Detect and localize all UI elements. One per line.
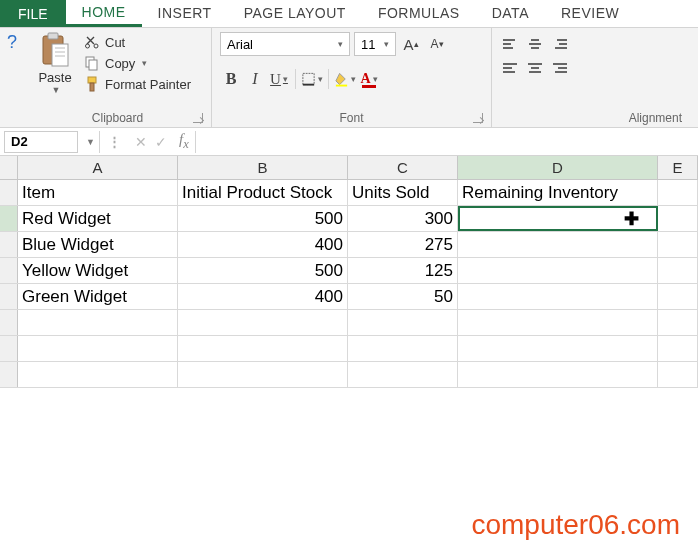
row-header[interactable] xyxy=(0,336,18,361)
cell-D5[interactable] xyxy=(458,284,658,309)
cell-A8[interactable] xyxy=(18,362,178,387)
cell-E7[interactable] xyxy=(658,336,698,361)
tab-insert[interactable]: INSERT xyxy=(142,0,228,27)
cell-C7[interactable] xyxy=(348,336,458,361)
row-header[interactable] xyxy=(0,232,18,257)
cell-A2[interactable]: Red Widget xyxy=(18,206,178,231)
row-header[interactable] xyxy=(0,206,18,231)
svg-rect-2 xyxy=(52,44,68,66)
tab-home[interactable]: HOME xyxy=(66,0,142,27)
cell-E6[interactable] xyxy=(658,310,698,335)
cell-B6[interactable] xyxy=(178,310,348,335)
cell-B7[interactable] xyxy=(178,336,348,361)
help-icon[interactable]: ? xyxy=(7,32,17,53)
align-top-button[interactable] xyxy=(500,34,522,54)
row-header[interactable] xyxy=(0,180,18,205)
cell-C8[interactable] xyxy=(348,362,458,387)
cell-A3[interactable]: Blue Widget xyxy=(18,232,178,257)
table-row: Red Widget500300 xyxy=(0,206,698,232)
format-painter-button[interactable]: Format Painter xyxy=(84,76,191,92)
col-header-C[interactable]: C xyxy=(348,156,458,179)
clipboard-dialog-launcher-icon[interactable] xyxy=(193,113,203,123)
col-header-D[interactable]: D xyxy=(458,156,658,179)
fill-color-button[interactable]: ▾ xyxy=(334,68,356,90)
cell-B3[interactable]: 400 xyxy=(178,232,348,257)
decrease-font-button[interactable]: A▾ xyxy=(426,33,448,55)
cell-D2[interactable] xyxy=(458,206,658,231)
name-box-dropdown[interactable]: ▼ xyxy=(82,131,100,153)
border-button[interactable]: ▾ xyxy=(301,68,323,90)
enter-formula-icon[interactable]: ✓ xyxy=(155,134,167,150)
cell-A7[interactable] xyxy=(18,336,178,361)
cut-button[interactable]: Cut xyxy=(84,34,191,50)
cell-C6[interactable] xyxy=(348,310,458,335)
cell-C1[interactable]: Units Sold xyxy=(348,180,458,205)
cell-D7[interactable] xyxy=(458,336,658,361)
tab-formulas[interactable]: FORMULAS xyxy=(362,0,476,27)
file-tab[interactable]: FILE xyxy=(0,0,66,27)
cell-B8[interactable] xyxy=(178,362,348,387)
cell-B2[interactable]: 500 xyxy=(178,206,348,231)
cell-D4[interactable] xyxy=(458,258,658,283)
cell-E8[interactable] xyxy=(658,362,698,387)
cell-B1[interactable]: Initial Product Stock xyxy=(178,180,348,205)
cell-B4[interactable]: 500 xyxy=(178,258,348,283)
cell-E4[interactable] xyxy=(658,258,698,283)
align-right-button[interactable] xyxy=(548,58,570,78)
increase-font-button[interactable]: A▴ xyxy=(400,33,422,55)
underline-button[interactable]: U▾ xyxy=(268,68,290,90)
bold-button[interactable]: B xyxy=(220,68,242,90)
cell-D6[interactable] xyxy=(458,310,658,335)
cell-C4[interactable]: 125 xyxy=(348,258,458,283)
row-header[interactable] xyxy=(0,310,18,335)
row-header[interactable] xyxy=(0,362,18,387)
cell-C3[interactable]: 275 xyxy=(348,232,458,257)
col-header-A[interactable]: A xyxy=(18,156,178,179)
align-middle-button[interactable] xyxy=(524,34,546,54)
name-box-value: D2 xyxy=(11,134,28,149)
cell-A6[interactable] xyxy=(18,310,178,335)
cell-D3[interactable] xyxy=(458,232,658,257)
svg-rect-14 xyxy=(336,85,347,87)
font-dialog-launcher-icon[interactable] xyxy=(473,113,483,123)
fx-icon[interactable]: fx xyxy=(179,131,189,152)
cancel-formula-icon[interactable]: ✕ xyxy=(135,134,147,150)
cell-A4[interactable]: Yellow Widget xyxy=(18,258,178,283)
cell-E2[interactable] xyxy=(658,206,698,231)
row-header[interactable] xyxy=(0,284,18,309)
cell-C5[interactable]: 50 xyxy=(348,284,458,309)
cell-A1[interactable]: Item xyxy=(18,180,178,205)
align-left-button[interactable] xyxy=(500,58,522,78)
table-row xyxy=(0,362,698,388)
font-name-select[interactable]: Arial▾ xyxy=(220,32,350,56)
italic-button[interactable]: I xyxy=(244,68,266,90)
tab-review[interactable]: REVIEW xyxy=(545,0,635,27)
tab-page-layout[interactable]: PAGE LAYOUT xyxy=(228,0,362,27)
cell-A5[interactable]: Green Widget xyxy=(18,284,178,309)
ribbon: ? Paste ▼ Cut xyxy=(0,28,698,128)
col-header-E[interactable]: E xyxy=(658,156,698,179)
row-header[interactable] xyxy=(0,258,18,283)
cell-B5[interactable]: 400 xyxy=(178,284,348,309)
column-header-row: A B C D E xyxy=(0,156,698,180)
table-row: Blue Widget400275 xyxy=(0,232,698,258)
tab-data[interactable]: DATA xyxy=(476,0,545,27)
align-bottom-button[interactable] xyxy=(548,34,570,54)
paste-icon xyxy=(39,32,71,70)
copy-button[interactable]: Copy▾ xyxy=(84,55,191,71)
paste-dropdown-icon[interactable]: ▼ xyxy=(52,85,61,95)
name-box[interactable]: D2 xyxy=(4,131,78,153)
select-all-corner[interactable] xyxy=(0,156,18,179)
font-group-label: Font xyxy=(339,111,363,125)
align-center-button[interactable] xyxy=(524,58,546,78)
cell-C2[interactable]: 300 xyxy=(348,206,458,231)
paste-button[interactable]: Paste ▼ xyxy=(32,32,78,95)
cell-E3[interactable] xyxy=(658,232,698,257)
cell-D1[interactable]: Remaining Inventory xyxy=(458,180,658,205)
cell-E5[interactable] xyxy=(658,284,698,309)
font-size-select[interactable]: 11▾ xyxy=(354,32,396,56)
cell-E1[interactable] xyxy=(658,180,698,205)
col-header-B[interactable]: B xyxy=(178,156,348,179)
formula-input[interactable] xyxy=(195,131,698,153)
cell-D8[interactable] xyxy=(458,362,658,387)
